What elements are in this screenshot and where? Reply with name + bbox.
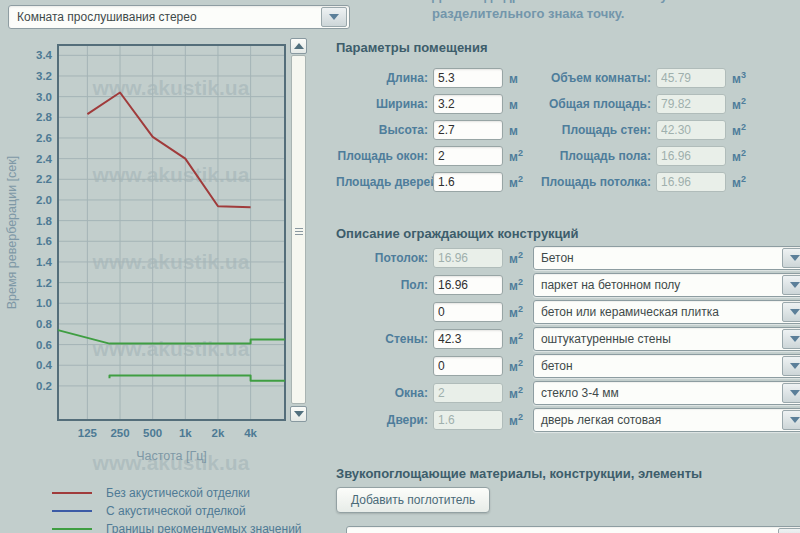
total-area-output [656,94,726,114]
svg-text:Время реверберации [сек]: Время реверберации [сек] [5,156,19,309]
walls-extra-material-select[interactable]: бетон [533,354,800,378]
svg-text:3.4: 3.4 [36,49,53,61]
chevron-down-icon[interactable] [782,329,800,349]
chevron-down-icon [329,14,339,20]
windows-area-input[interactable] [433,146,503,166]
svg-text:1k: 1k [179,427,192,439]
arrow-up-icon [294,43,304,49]
ceiling-area-input [433,248,503,268]
room-preset-dropdown-button[interactable] [321,7,347,27]
width-row: Ширина: м [336,94,523,114]
ceiling-row: Потолок: м2 Бетон [336,246,800,270]
floor-extra-material-select[interactable]: бетон или керамическая плитка [533,300,800,324]
legend-swatch-red [52,492,92,494]
svg-text:1.2: 1.2 [36,277,52,289]
legend-item-treated: С акустической отделкой [52,502,302,520]
svg-text:0.4: 0.4 [36,359,53,371]
legend-swatch-blue [52,510,92,512]
walls-material-select[interactable]: оштукатуренные стены [533,327,800,351]
svg-text:4k: 4k [244,427,257,439]
room-params-left-column: Длина: м Ширина: м Высота: м Площадь око… [336,68,523,198]
svg-text:2.6: 2.6 [36,132,52,144]
svg-text:www.akustik.ua: www.akustik.ua [92,337,250,360]
chevron-down-icon[interactable] [782,383,800,403]
svg-text:500: 500 [143,427,162,439]
svg-text:2.4: 2.4 [36,153,53,165]
constructions-rows: Потолок: м2 Бетон Пол: м2 паркет на бето… [336,246,800,435]
chevron-down-icon[interactable] [782,302,800,322]
walls-extra-area-input[interactable] [433,356,503,376]
legend-item-recommended: Границы рекомендуемых значений [52,520,302,533]
floor-extra-row: м2 бетон или керамическая плитка [336,300,800,324]
walls-extra-row: м2 бетон [336,354,800,378]
svg-text:1.0: 1.0 [36,297,52,309]
ceiling-material-select[interactable]: Бетон [533,246,800,270]
svg-text:1.6: 1.6 [36,235,52,247]
scroll-up-button[interactable] [290,38,307,54]
svg-text:1.4: 1.4 [36,256,53,268]
doors-material-select[interactable]: дверь легкая сотовая [533,408,800,432]
svg-text:0.2: 0.2 [36,380,52,392]
total-area-row: Общая площадь: м2 [533,94,746,114]
floor-extra-area-input[interactable] [433,302,503,322]
doors-area-row: Площадь дверей: м2 [336,172,523,192]
arrow-down-icon [294,411,304,417]
windows-area-row: Площадь окон: м2 [336,146,523,166]
svg-text:2.0: 2.0 [36,194,52,206]
room-volume-row: Объем комнаты: м3 [533,68,746,88]
windows-area-readonly [433,383,503,403]
floor-area-input[interactable] [433,275,503,295]
add-absorber-button[interactable]: Добавить поглотитель [336,487,490,513]
absorbers-title: Звукопоглощающие материалы, конструкции,… [336,466,702,481]
svg-text:125: 125 [78,427,98,439]
svg-text:3.2: 3.2 [36,70,52,82]
chevron-down-icon[interactable] [778,528,800,533]
walls-area-output [656,120,726,140]
scroll-down-button[interactable] [290,406,307,422]
svg-text:2k: 2k [212,427,225,439]
windows-row: Окна: м2 стекло 3-4 мм [336,381,800,405]
chevron-down-icon[interactable] [782,356,800,376]
floor-row: Пол: м2 паркет на бетонном полу [336,273,800,297]
walls-row: Стены: м2 оштукатуренные стены [336,327,800,351]
legend-swatch-green [52,528,92,530]
chart-scrollbar[interactable] [290,38,307,422]
walls-area-row: Площадь стен: м2 [533,120,746,140]
ceiling-area-row: Площадь потолка: м2 [533,172,746,192]
width-input[interactable] [433,94,503,114]
room-volume-output [656,68,726,88]
chevron-down-icon[interactable] [782,248,800,268]
scrollbar-grip [295,228,303,237]
room-params-title: Параметры помещения [336,40,488,55]
svg-text:0.8: 0.8 [36,318,53,330]
height-row: Высота: м [336,120,523,140]
doors-area-input[interactable] [433,172,503,192]
svg-text:Частота [Гц]: Частота [Гц] [136,449,207,463]
floor-material-select[interactable]: паркет на бетонном полу [533,273,800,297]
scrollbar-thumb[interactable] [291,55,306,404]
svg-text:www.akustik.ua: www.akustik.ua [92,163,250,186]
legend-item-untreated: Без акустической отделки [52,484,302,502]
ceiling-area-output [656,172,726,192]
length-input[interactable] [433,68,503,88]
note-line-2: разделительного знака точку. [432,5,800,23]
doors-area-readonly [433,410,503,430]
svg-text:2.2: 2.2 [36,173,52,185]
room-params-right-column: Объем комнаты: м3 Общая площадь: м2 Площ… [533,68,746,198]
chart-legend: Без акустической отделки С акустической … [52,484,302,533]
absorber-select-cutoff[interactable] [346,526,800,533]
doors-row: Двери: м2 дверь легкая сотовая [336,408,800,432]
height-input[interactable] [433,120,503,140]
length-row: Длина: м [336,68,523,88]
svg-text:0.6: 0.6 [36,339,52,351]
decimal-separator-note: Для ввода дробных чисел используйте в ка… [432,0,800,23]
svg-text:3.0: 3.0 [36,91,52,103]
chevron-down-icon[interactable] [782,410,800,430]
walls-area-input[interactable] [433,329,503,349]
constructions-title: Описание ограждающих конструкций [336,226,579,241]
floor-area-output [656,146,726,166]
reverberation-chart: www.akustik.uawww.akustik.uawww.akustik.… [0,0,320,470]
chevron-down-icon[interactable] [782,275,800,295]
windows-material-select[interactable]: стекло 3-4 мм [533,381,800,405]
svg-text:2.8: 2.8 [36,111,53,123]
